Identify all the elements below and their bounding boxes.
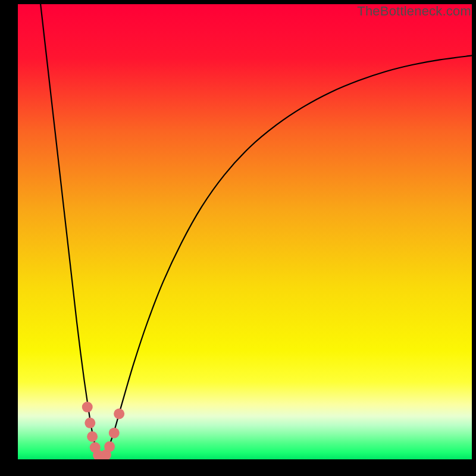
marker-dot [109, 428, 120, 439]
marker-dot [87, 431, 98, 442]
marker-dot [104, 441, 115, 452]
marker-dot [114, 409, 124, 419]
watermark-text: TheBottleneck.com [357, 4, 471, 19]
marker-dot [84, 418, 95, 428]
chart-plot-area [18, 4, 472, 459]
chart-frame: TheBottleneck.com [0, 0, 476, 476]
marker-dot [82, 402, 93, 412]
